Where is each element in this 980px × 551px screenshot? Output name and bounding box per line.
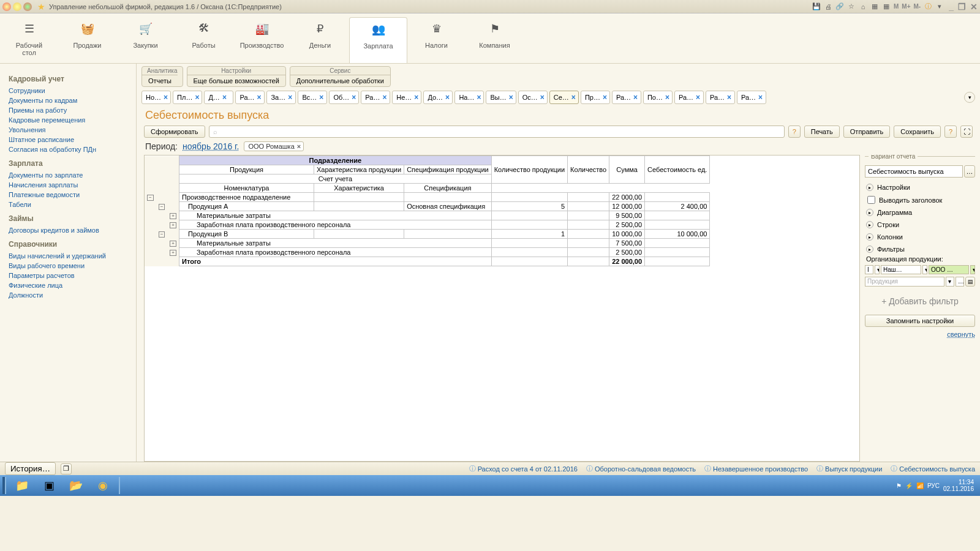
send-button[interactable]: Отправить <box>843 126 891 138</box>
tray-lang[interactable]: РУС <box>927 482 940 489</box>
status-link[interactable]: Выпуск продукции <box>816 464 882 473</box>
close-icon[interactable]: ✕ <box>970 2 978 12</box>
org-chip[interactable]: ООО Ромашка × <box>244 141 304 151</box>
doctab-close-icon[interactable]: × <box>319 93 323 102</box>
sidebar-link[interactable]: Платежные ведомости <box>9 190 136 200</box>
doctab-close-icon[interactable]: × <box>352 93 356 102</box>
doctab[interactable]: За…× <box>266 91 296 104</box>
sidebar-link[interactable]: Приемы на работу <box>9 105 136 115</box>
doctab[interactable]: Вы…× <box>486 91 516 104</box>
sidebar-link[interactable]: Сотрудники <box>9 86 136 96</box>
doctab-close-icon[interactable]: × <box>382 93 386 102</box>
chk-header[interactable] <box>867 196 875 204</box>
doctab[interactable]: Ра…× <box>235 91 265 104</box>
minimize-icon[interactable]: _ <box>949 2 954 12</box>
search-input[interactable]: ⌕ <box>209 126 785 138</box>
doctab-close-icon[interactable]: × <box>164 93 168 102</box>
doctab-close-icon[interactable]: × <box>288 93 292 102</box>
doctab-close-icon[interactable]: × <box>633 93 638 102</box>
save-icon[interactable]: 💾 <box>812 2 821 12</box>
window-max-dot[interactable] <box>23 2 32 11</box>
m-minus-button[interactable]: M- <box>914 3 921 10</box>
doctabs-more-icon[interactable]: ▾ <box>964 92 975 103</box>
doctab[interactable]: Пл…× <box>173 91 202 104</box>
m-button[interactable]: M <box>894 3 899 10</box>
history-button[interactable]: История… <box>5 462 56 475</box>
dropdown-icon[interactable]: ▾ <box>935 2 944 12</box>
topnav-6[interactable]: 👥Зарплата <box>349 17 407 63</box>
table-row[interactable]: +Заработная плата производственного перс… <box>145 248 710 257</box>
sidebar-link[interactable]: Виды рабочего времени <box>9 261 136 271</box>
table-row[interactable]: +Материальные затраты7 500,00 <box>145 239 710 248</box>
doctab[interactable]: Д…× <box>204 91 233 104</box>
sidebar-link[interactable]: Параметры расчетов <box>9 271 136 280</box>
section-filters[interactable]: ▸Фильтры <box>865 243 975 255</box>
doctab-close-icon[interactable]: × <box>477 93 481 102</box>
table-row[interactable]: −Продукция АОсновная спецификация512 000… <box>145 202 710 211</box>
tray-clock[interactable]: 11:34 02.11.2016 <box>943 479 978 492</box>
table-row[interactable]: +Материальные затраты9 500,00 <box>145 211 710 220</box>
link-icon[interactable]: 🔗 <box>835 2 845 12</box>
subtab-btn[interactable]: Отчеты <box>142 75 178 86</box>
filter-prod-row[interactable]: Продукция ▾ … ▤ <box>865 276 975 288</box>
add-filter-link[interactable]: + Добавить фильтр <box>865 288 975 315</box>
doctab-close-icon[interactable]: × <box>414 93 418 102</box>
section-cols[interactable]: ▸Колонки <box>865 231 975 243</box>
table-row[interactable]: −Производственное подразделение22 000,00 <box>145 193 710 202</box>
subtab-btn[interactable]: Дополнительные обработки <box>290 75 390 86</box>
org-chip-close-icon[interactable]: × <box>297 143 301 150</box>
calc-icon[interactable]: ▦ <box>870 2 880 12</box>
doctab[interactable]: На…× <box>454 91 484 104</box>
topnav-8[interactable]: ⚑Компания <box>466 17 524 63</box>
table-row[interactable]: +Заработная плата производственного перс… <box>145 220 710 230</box>
sidebar-link[interactable]: Кадровые перемещения <box>9 115 136 125</box>
save-button[interactable]: Сохранить <box>894 126 941 138</box>
fullscreen-icon[interactable]: ⛶ <box>960 126 973 138</box>
status-link[interactable]: Расход со счета 4 от 02.11.2016 <box>469 464 578 473</box>
sidebar-link[interactable]: Должности <box>9 290 136 300</box>
sidebar-link[interactable]: Документы по кадрам <box>9 96 136 105</box>
tray-flag-icon[interactable]: ⚑ <box>896 482 902 489</box>
favorite-icon[interactable]: ★ <box>37 2 45 12</box>
topnav-4[interactable]: 🏭Производство <box>233 17 291 63</box>
doctab[interactable]: Ра…× <box>706 91 735 104</box>
doctab-close-icon[interactable]: × <box>257 93 262 102</box>
doctab[interactable]: Се…× <box>549 91 579 104</box>
doctab-close-icon[interactable]: × <box>195 93 199 102</box>
topnav-3[interactable]: 🛠Работы <box>175 17 233 63</box>
tray-net-icon[interactable]: 📶 <box>916 482 924 489</box>
doctab[interactable]: Ос…× <box>518 91 548 104</box>
form-button[interactable]: Сформировать <box>144 126 205 138</box>
sidebar-link[interactable]: Договоры кредитов и займов <box>9 225 136 235</box>
doctab[interactable]: Не…× <box>392 91 421 104</box>
restore-icon[interactable]: ❐ <box>958 2 966 12</box>
sidebar-link[interactable]: Начисления зарплаты <box>9 180 136 190</box>
doctab[interactable]: Ра…× <box>361 91 390 104</box>
home-icon[interactable]: ⌂ <box>858 2 868 12</box>
doctab-close-icon[interactable]: × <box>758 93 763 102</box>
doctab-close-icon[interactable]: × <box>445 93 450 102</box>
sidebar-link[interactable]: Согласия на обработку ПДн <box>9 144 136 154</box>
tray-power-icon[interactable]: ⚡ <box>905 482 913 489</box>
print-button[interactable]: Печать <box>804 126 840 138</box>
remember-button[interactable]: Запомнить настройки <box>865 315 975 327</box>
doctab-close-icon[interactable]: × <box>222 93 227 102</box>
section-diagram[interactable]: ▸Диаграмма <box>865 206 975 219</box>
doctab[interactable]: Пр…× <box>581 91 610 104</box>
sidebar-link[interactable]: Документы по зарплате <box>9 170 136 180</box>
help2-icon[interactable]: ? <box>944 126 957 138</box>
period-value[interactable]: ноябрь 2016 г. <box>183 141 239 151</box>
doctab[interactable]: Но…× <box>141 91 171 104</box>
topnav-7[interactable]: ♛Налоги <box>407 17 466 63</box>
doctab[interactable]: Ра…× <box>737 91 766 104</box>
window-close-dot[interactable] <box>2 2 11 11</box>
status-link[interactable]: Оборотно-сальдовая ведомость <box>586 464 696 473</box>
topnav-5[interactable]: ₽Деньги <box>291 17 349 63</box>
chk-header-row[interactable]: Выводить заголовок <box>865 193 975 206</box>
status-link[interactable]: Себестоимость выпуска <box>891 464 975 473</box>
doctab[interactable]: Ра…× <box>612 91 641 104</box>
report-grid[interactable]: ПодразделениеКоличество продукцииКоличес… <box>144 155 860 462</box>
filter-add-icon[interactable]: ▤ <box>965 277 975 287</box>
print-icon[interactable]: 🖨 <box>823 2 833 12</box>
calendar-icon[interactable]: ▦ <box>881 2 891 12</box>
